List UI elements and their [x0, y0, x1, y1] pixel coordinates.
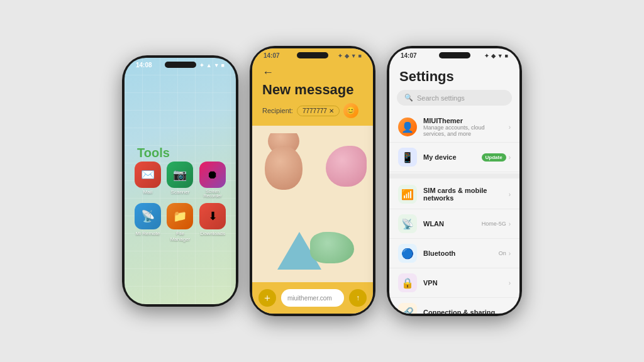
- clay-content-area: [252, 133, 373, 282]
- app-item-recorder[interactable]: ⏺ Screen Recorder: [199, 162, 226, 198]
- connection-icon: 🔗: [398, 303, 417, 314]
- settings-item-miuithemer[interactable]: 👤 MIUIThemer Manage accounts, cloud serv…: [389, 112, 519, 143]
- sim-icon: 📶: [398, 185, 417, 204]
- message-title: New message: [262, 82, 363, 98]
- clay-pink-shape: [326, 146, 367, 187]
- vpn-icon: 🔒: [398, 273, 417, 292]
- settings-list: 👤 MIUIThemer Manage accounts, cloud serv…: [389, 112, 519, 314]
- divider-1: [389, 173, 519, 178]
- app-label-downloads: Downloads: [200, 231, 225, 236]
- time-2: 14:07: [264, 52, 280, 59]
- recipient-label: Recipient:: [262, 107, 293, 114]
- input-placeholder: miuithemer.com: [287, 295, 332, 302]
- phone3-screen: 14:07 ✦ ◆ ▼ ■ Settings 🔍 Search settings…: [389, 48, 519, 314]
- wlan-icon: 📡: [398, 214, 417, 233]
- wlan-text: WLAN: [423, 220, 475, 228]
- chevron-icon-7: ›: [509, 309, 511, 314]
- clay-bear: [258, 133, 309, 190]
- message-input[interactable]: miuithemer.com: [281, 289, 344, 307]
- settings-item-sim[interactable]: 📶 SIM cards & mobile networks ›: [389, 180, 519, 209]
- bluetooth-right: On ›: [499, 250, 511, 257]
- settings-item-vpn[interactable]: 🔒 VPN ›: [389, 268, 519, 298]
- app-item-scanner[interactable]: 📷 Scanner: [167, 162, 194, 198]
- clay-green-shape: [310, 232, 354, 263]
- settings-content: Settings 🔍 Search settings 👤 MIUIThemer …: [389, 62, 519, 314]
- app-item-mail[interactable]: ✉️ Mail: [134, 162, 162, 198]
- recipient-row: Recipient: 7777777 ✕ 😊: [262, 103, 363, 118]
- remote-icon: 📡: [135, 203, 161, 229]
- clay-bear-body: [265, 146, 303, 190]
- send-button[interactable]: ↑: [349, 289, 367, 307]
- contact-avatar[interactable]: 😊: [343, 103, 358, 118]
- wlan-value: Home-5G: [482, 221, 506, 227]
- settings-item-mydevice[interactable]: 📱 My device Update ›: [389, 143, 519, 172]
- mydevice-name: My device: [423, 153, 475, 161]
- connection-name: Connection & sharing: [423, 309, 502, 314]
- notch: [165, 62, 196, 68]
- phone-1: 14:08 ✦ ▲ ▼ ■ Tools ✉️ Mail 📷 Scanner ⏺ …: [122, 55, 238, 307]
- miuithemer-sub: Manage accounts, cloud services, and mor…: [423, 124, 502, 137]
- miuithemer-text: MIUIThemer Manage accounts, cloud servic…: [423, 117, 502, 137]
- app-label-mail: Mail: [143, 189, 152, 195]
- time-3: 14:07: [401, 52, 417, 59]
- settings-item-connection[interactable]: 🔗 Connection & sharing ›: [389, 298, 519, 314]
- add-button[interactable]: ＋: [258, 289, 276, 307]
- sim-text: SIM cards & mobile networks: [423, 187, 502, 202]
- notch-3: [439, 52, 470, 58]
- bluetooth-value: On: [499, 250, 506, 256]
- recipient-chip[interactable]: 7777777 ✕: [297, 106, 340, 116]
- app-label-filemanager: File Manager: [167, 231, 194, 242]
- mydevice-right: Update ›: [482, 153, 511, 162]
- recorder-icon: ⏺: [199, 162, 226, 188]
- vpn-name: VPN: [423, 279, 502, 287]
- wlan-right: Home-5G ›: [482, 221, 511, 228]
- app-label-scanner: Scanner: [171, 189, 190, 195]
- time-1: 14:08: [136, 62, 152, 69]
- search-placeholder: Search settings: [417, 94, 465, 102]
- back-button[interactable]: ←: [262, 66, 363, 79]
- status-icons-3: ✦ ◆ ▼ ■: [484, 53, 508, 59]
- app-label-recorder: Screen Recorder: [199, 189, 226, 198]
- search-bar[interactable]: 🔍 Search settings: [397, 90, 512, 106]
- app-label-remote: Mi Remote: [135, 231, 160, 236]
- settings-item-bluetooth[interactable]: 🔵 Bluetooth On ›: [389, 239, 519, 268]
- phone-3: 14:07 ✦ ◆ ▼ ■ Settings 🔍 Search settings…: [387, 46, 522, 316]
- chevron-icon-4: ›: [509, 221, 511, 228]
- vpn-text: VPN: [423, 279, 502, 287]
- bluetooth-icon: 🔵: [398, 244, 417, 263]
- sim-name: SIM cards & mobile networks: [423, 187, 502, 202]
- app-item-filemanager[interactable]: 📁 File Manager: [167, 203, 194, 242]
- chevron-icon-3: ›: [509, 191, 511, 198]
- search-icon: 🔍: [404, 94, 413, 102]
- status-icons-2: ✦ ◆ ▼ ■: [338, 53, 362, 59]
- mydevice-icon: 📱: [398, 148, 417, 167]
- notch-2: [297, 52, 328, 58]
- app-item-remote[interactable]: 📡 Mi Remote: [134, 203, 162, 242]
- app-item-downloads[interactable]: ⬇ Downloads: [199, 203, 226, 242]
- chevron-icon: ›: [509, 124, 511, 131]
- settings-title: Settings: [389, 62, 519, 90]
- wlan-name: WLAN: [423, 220, 475, 228]
- phone1-screen: 14:08 ✦ ▲ ▼ ■ Tools ✉️ Mail 📷 Scanner ⏺ …: [125, 58, 236, 304]
- miuithemer-name: MIUIThemer: [423, 117, 502, 124]
- miuithemer-icon: 👤: [398, 118, 417, 136]
- filemanager-icon: 📁: [167, 203, 193, 229]
- bluetooth-text: Bluetooth: [423, 250, 492, 257]
- chip-text: 7777777 ✕: [303, 107, 334, 114]
- phone-2: 14:07 ✦ ◆ ▼ ■ ← New message Recipient: 7…: [250, 46, 375, 316]
- mydevice-text: My device: [423, 153, 475, 161]
- phone2-screen: 14:07 ✦ ◆ ▼ ■ ← New message Recipient: 7…: [252, 48, 373, 314]
- update-badge: Update: [482, 153, 506, 162]
- chevron-icon-2: ›: [509, 154, 511, 161]
- downloads-icon: ⬇: [199, 203, 226, 229]
- connection-text: Connection & sharing: [423, 309, 502, 314]
- chevron-icon-5: ›: [509, 250, 511, 257]
- scanner-icon: 📷: [167, 162, 193, 188]
- folder-label: Tools: [137, 146, 170, 160]
- app-grid: ✉️ Mail 📷 Scanner ⏺ Screen Recorder 📡 Mi…: [134, 162, 226, 242]
- bluetooth-name: Bluetooth: [423, 250, 492, 257]
- status-icons-1: ✦ ▲ ▼ ■: [199, 62, 225, 69]
- settings-item-wlan[interactable]: 📡 WLAN Home-5G ›: [389, 209, 519, 239]
- mail-icon: ✉️: [135, 162, 161, 188]
- chevron-icon-6: ›: [509, 280, 511, 287]
